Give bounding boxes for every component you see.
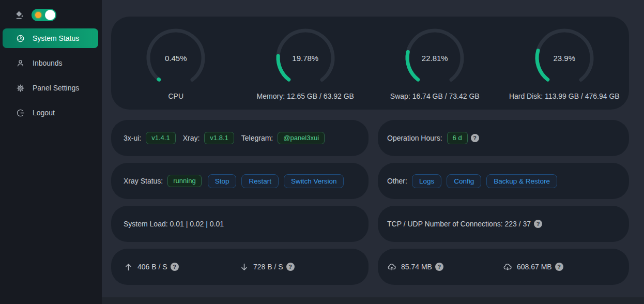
telegram-label: Telegram: [241, 134, 273, 142]
swap-gauge: 22.81% Swap: 16.74 GB / 73.42 GB [370, 27, 499, 100]
help-icon[interactable]: ? [171, 263, 179, 271]
uptime-card: Operation Hours: 6 d ? [378, 120, 629, 156]
sidebar-menu: System Status Inbounds [0, 28, 102, 128]
xui-version-tag: v1.4.1 [146, 132, 175, 144]
restart-button[interactable]: Restart [241, 174, 279, 188]
other-label: Other: [387, 177, 407, 185]
download-speed-value: 728 B / S [253, 263, 283, 271]
help-icon[interactable]: ? [534, 220, 542, 228]
dashboard-icon [16, 34, 25, 43]
swap-percent: 22.81% [404, 27, 466, 89]
system-load-card: System Load: 0.01 | 0.02 | 0.01 [111, 206, 369, 242]
memory-gauge: 19.78% Memory: 12.65 GB / 63.92 GB [241, 27, 370, 100]
sidebar-item-system-status[interactable]: System Status [3, 28, 98, 48]
xray-status-badge: running [167, 175, 201, 187]
total-upload-value: 85.74 MB [401, 263, 432, 271]
xray-version-tag: v1.8.1 [204, 132, 234, 144]
sidebar-item-label: Logout [33, 109, 55, 117]
dark-mode-toggle[interactable] [32, 9, 56, 21]
sidebar-item-logout[interactable]: Logout [3, 103, 98, 123]
help-icon[interactable]: ? [435, 263, 443, 271]
toggle-knob [45, 10, 55, 20]
stop-button[interactable]: Stop [208, 174, 237, 188]
sun-icon [35, 12, 41, 18]
cpu-caption: CPU [168, 92, 183, 100]
sidebar-theme-row [0, 8, 102, 28]
disk-gauge: 23.9% Hard Disk: 113.99 GB / 476.94 GB [500, 27, 629, 100]
download-speed: 728 B / S ? [239, 262, 355, 272]
logout-icon [16, 109, 25, 117]
total-upload: 85.74 MB ? [387, 262, 503, 272]
cpu-gauge: 0.45% CPU [111, 27, 240, 100]
user-icon [16, 59, 25, 68]
backup-restore-button[interactable]: Backup & Restore [486, 174, 557, 188]
sidebar: System Status Inbounds [0, 0, 102, 304]
system-load-text: System Load: 0.01 | 0.02 | 0.01 [124, 220, 224, 228]
disk-percent: 23.9% [533, 27, 595, 89]
disk-caption: Hard Disk: 113.99 GB / 476.94 GB [509, 92, 620, 100]
main-content: 0.45% CPU 19.78% Memory: 12.65 GB / 63.9… [102, 0, 644, 297]
uptime-value-tag: 6 d [447, 132, 468, 144]
telegram-tag[interactable]: @panel3xui [278, 132, 325, 144]
swap-caption: Swap: 16.74 GB / 73.42 GB [390, 92, 480, 100]
sidebar-item-label: Panel Settings [33, 84, 79, 92]
memory-percent: 19.78% [274, 27, 336, 89]
switch-version-button[interactable]: Switch Version [284, 174, 344, 188]
xray-status-card: Xray Status: running Stop Restart Switch… [111, 163, 369, 199]
help-icon[interactable]: ? [555, 263, 563, 271]
help-icon[interactable]: ? [286, 263, 295, 271]
theme-paint-icon [14, 10, 25, 20]
help-icon[interactable]: ? [471, 134, 479, 142]
config-button[interactable]: Config [447, 174, 481, 188]
upload-speed-value: 406 B / S [137, 263, 167, 271]
connections-text: TCP / UDP Number of Connections: 223 / 3… [387, 220, 531, 228]
app-root: System Status Inbounds [0, 0, 644, 304]
upload-speed: 406 B / S ? [124, 262, 239, 272]
cloud-download-icon [503, 262, 513, 272]
xray-status-label: Xray Status: [124, 177, 163, 185]
other-actions-card: Other: Logs Config Backup & Restore [378, 163, 629, 199]
arrow-down-icon [239, 262, 249, 272]
sidebar-item-inbounds[interactable]: Inbounds [3, 53, 98, 73]
total-download: 608.67 MB ? [503, 262, 619, 272]
xui-label: 3x-ui: [124, 134, 141, 142]
xray-label: Xray: [183, 134, 200, 142]
connections-card: TCP / UDP Number of Connections: 223 / 3… [378, 206, 629, 242]
sidebar-item-label: Inbounds [33, 59, 63, 67]
total-download-value: 608.67 MB [517, 263, 552, 271]
cpu-percent: 0.45% [145, 27, 207, 89]
gear-icon [16, 84, 25, 93]
uptime-label: Operation Hours: [387, 134, 442, 142]
memory-caption: Memory: 12.65 GB / 63.92 GB [257, 92, 354, 100]
arrow-up-icon [124, 262, 133, 272]
cloud-upload-icon [387, 262, 397, 272]
sidebar-item-label: System Status [33, 34, 79, 42]
sidebar-item-panel-settings[interactable]: Panel Settings [3, 78, 98, 98]
system-gauges-card: 0.45% CPU 19.78% Memory: 12.65 GB / 63.9… [111, 17, 629, 110]
network-speed-card: 406 B / S ? 728 B / S ? [111, 249, 369, 285]
logs-button[interactable]: Logs [412, 174, 441, 188]
versions-card: 3x-ui: v1.4.1 Xray: v1.8.1 Telegram: @pa… [111, 120, 369, 156]
network-total-card: 85.74 MB ? 608.67 MB ? [378, 249, 629, 285]
